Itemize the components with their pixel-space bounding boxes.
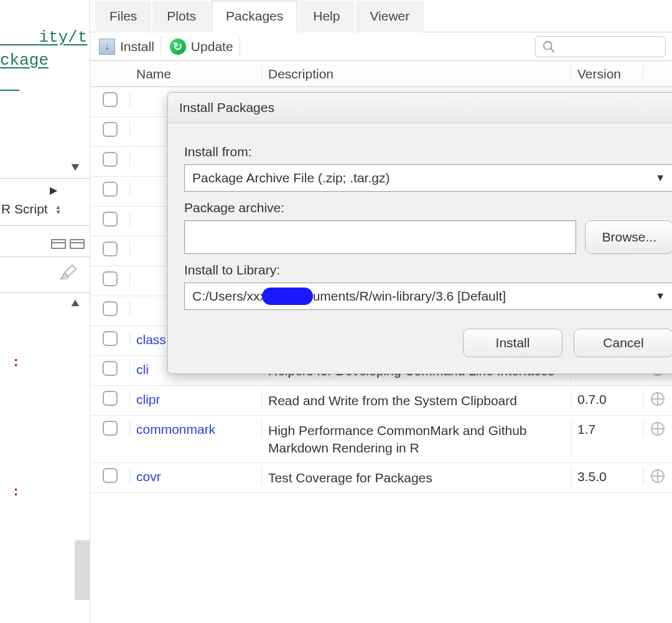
globe-icon[interactable] bbox=[651, 392, 665, 406]
install-library-label: Install to Library: bbox=[184, 263, 672, 278]
package-version: 0.7.0 bbox=[571, 391, 643, 407]
packages-toolbar: Install Update bbox=[90, 32, 672, 61]
tab-viewer[interactable]: Viewer bbox=[355, 1, 424, 32]
svg-line-1 bbox=[551, 48, 554, 52]
install-from-label: Install from: bbox=[184, 144, 672, 159]
package-checkbox[interactable] bbox=[103, 271, 118, 286]
install-library-select[interactable]: C:/Users/xxxxxx/Documents/R/win-library/… bbox=[184, 283, 672, 310]
package-checkbox[interactable] bbox=[103, 212, 118, 227]
collapse-up-icon[interactable]: ▲ bbox=[68, 296, 82, 309]
tab-plots[interactable]: Plots bbox=[152, 1, 210, 32]
column-version[interactable]: Version bbox=[571, 67, 643, 82]
search-icon bbox=[542, 40, 556, 54]
table-row: covrTest Coverage for Packages3.5.0 bbox=[90, 463, 672, 493]
tab-files[interactable]: Files bbox=[95, 1, 151, 32]
tab-help[interactable]: Help bbox=[299, 1, 354, 32]
package-checkbox[interactable] bbox=[103, 361, 118, 376]
package-archive-input[interactable] bbox=[184, 220, 576, 254]
install-icon bbox=[99, 39, 115, 55]
rscript-selector[interactable]: R Script ▲▼ bbox=[1, 202, 61, 217]
gutter-marker: : bbox=[14, 354, 18, 370]
install-confirm-button[interactable]: Install bbox=[463, 329, 562, 357]
package-checkbox[interactable] bbox=[103, 391, 118, 406]
package-description: High Performance CommonMark and Github M… bbox=[262, 421, 571, 457]
package-checkbox[interactable] bbox=[103, 421, 118, 436]
cancel-button[interactable]: Cancel bbox=[574, 329, 672, 357]
install-button[interactable]: Install bbox=[96, 36, 161, 57]
packages-panel: Files Plots Packages Help Viewer Install… bbox=[90, 0, 672, 623]
chevron-down-icon: ▼ bbox=[655, 172, 665, 184]
window-layout-icon-2[interactable] bbox=[70, 239, 85, 249]
package-version: 1.7 bbox=[571, 421, 643, 437]
package-version: 3.5.0 bbox=[571, 468, 643, 484]
gutter-marker: . bbox=[14, 612, 17, 623]
packages-grid-header: Name Description Version bbox=[90, 61, 672, 87]
package-checkbox[interactable] bbox=[103, 122, 118, 137]
left-pane-fragment: ity/t ckage ▼ ▶ R Script ▲▼ ▲ : : . bbox=[0, 0, 90, 623]
collapse-down-icon[interactable]: ▼ bbox=[68, 161, 82, 174]
package-description: Test Coverage for Packages bbox=[262, 468, 571, 487]
search-input[interactable] bbox=[561, 40, 648, 53]
table-row: cliprRead and Write from the System Clip… bbox=[90, 386, 672, 416]
dialog-title: Install Packages bbox=[168, 93, 672, 123]
clear-icon[interactable] bbox=[60, 264, 78, 284]
gutter-marker: : bbox=[14, 483, 18, 499]
browse-button[interactable]: Browse... bbox=[585, 220, 672, 254]
package-name-link[interactable]: class bbox=[136, 332, 166, 347]
install-packages-dialog: Install Packages Install from: Package A… bbox=[167, 92, 672, 374]
package-archive-label: Package archive: bbox=[184, 200, 672, 215]
package-checkbox[interactable] bbox=[103, 468, 118, 483]
globe-icon[interactable] bbox=[651, 469, 665, 483]
package-checkbox[interactable] bbox=[103, 92, 118, 107]
globe-icon[interactable] bbox=[651, 422, 665, 436]
package-checkbox[interactable] bbox=[103, 241, 118, 256]
update-button[interactable]: Update bbox=[167, 36, 240, 57]
code-link-fragment: ity/t ckage bbox=[0, 0, 90, 95]
package-name-link[interactable]: clipr bbox=[136, 392, 161, 406]
window-layout-icon[interactable] bbox=[51, 239, 66, 249]
package-checkbox[interactable] bbox=[103, 331, 118, 346]
redaction-mark bbox=[262, 288, 313, 305]
panel-tabs: Files Plots Packages Help Viewer bbox=[90, 0, 672, 32]
package-name-link[interactable]: cli bbox=[136, 362, 149, 377]
package-checkbox[interactable] bbox=[103, 152, 118, 167]
package-name-link[interactable]: commonmark bbox=[136, 422, 215, 436]
table-row: commonmarkHigh Performance CommonMark an… bbox=[90, 416, 672, 463]
scrollbar-thumb[interactable] bbox=[75, 540, 90, 600]
update-icon bbox=[170, 39, 186, 55]
package-description: Read and Write from the System Clipboard bbox=[262, 391, 571, 410]
tab-packages[interactable]: Packages bbox=[212, 1, 297, 32]
expand-right-icon[interactable]: ▶ bbox=[50, 184, 57, 196]
column-name[interactable]: Name bbox=[130, 67, 262, 82]
search-box[interactable] bbox=[535, 36, 666, 57]
stepper-icon: ▲▼ bbox=[55, 205, 62, 215]
package-checkbox[interactable] bbox=[103, 301, 118, 316]
install-from-select[interactable]: Package Archive File (.zip; .tar.gz) ▼ bbox=[184, 164, 672, 192]
package-name-link[interactable]: covr bbox=[136, 469, 161, 484]
chevron-down-icon: ▼ bbox=[655, 291, 665, 302]
package-checkbox[interactable] bbox=[103, 182, 118, 197]
column-description[interactable]: Description bbox=[262, 67, 571, 82]
